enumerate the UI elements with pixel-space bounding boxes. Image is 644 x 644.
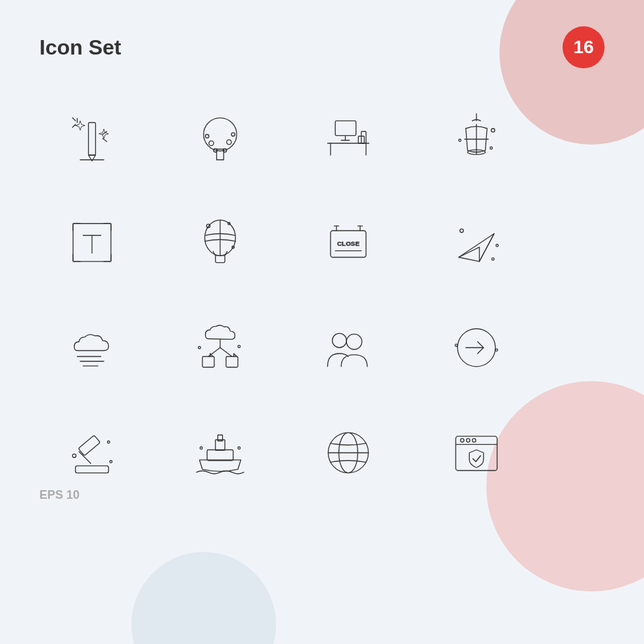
svg-point-67 [346,334,361,349]
svg-point-55 [496,244,499,247]
svg-rect-78 [207,450,233,461]
svg-point-66 [333,333,347,348]
arrow-circle-icon [424,305,529,390]
svg-point-65 [238,345,241,348]
svg-point-89 [467,438,470,442]
text-tool-icon [39,200,145,285]
svg-point-11 [206,135,209,138]
header: Icon Set 16 [39,26,605,68]
svg-line-50 [480,234,495,262]
svg-point-75 [72,454,76,457]
svg-line-61 [220,348,232,357]
svg-point-29 [459,139,461,142]
svg-rect-16 [335,121,356,136]
bg-decoration-bottom-left [131,552,276,644]
svg-rect-0 [89,123,96,156]
svg-rect-86 [456,436,497,471]
group-icon [296,305,401,390]
svg-point-12 [227,140,231,145]
svg-text:CLOSE: CLOSE [337,240,359,247]
svg-rect-74 [78,435,100,455]
close-sign-icon: CLOSE [296,200,401,285]
lantern-icon [424,95,529,180]
svg-point-71 [455,344,458,347]
svg-line-3 [72,118,76,121]
svg-point-54 [492,258,494,260]
svg-point-64 [198,346,201,349]
paper-plane-icon [424,200,529,285]
svg-point-77 [110,461,112,463]
svg-point-90 [472,438,476,442]
network-cloud-icon [168,305,273,390]
svg-point-28 [492,129,495,132]
svg-line-6 [103,139,106,142]
svg-rect-63 [226,357,238,367]
icon-grid: CLOSE [39,95,539,495]
svg-point-53 [460,229,463,232]
svg-rect-62 [202,357,214,367]
svg-point-76 [107,441,110,444]
desk-icon [296,95,401,180]
svg-point-82 [238,447,241,449]
pencil-sparkle-icon [39,95,145,180]
svg-point-13 [231,133,235,136]
svg-point-10 [209,141,214,145]
svg-line-4 [72,124,76,127]
svg-rect-72 [76,466,108,473]
badge-number: 16 [563,26,605,68]
ship-icon [168,410,273,495]
svg-point-30 [490,147,493,149]
page-title: Icon Set [39,35,121,60]
svg-point-81 [200,447,202,449]
svg-line-51 [459,247,480,257]
svg-marker-49 [459,234,494,262]
svg-line-73 [79,451,91,463]
gavel-icon [39,410,145,495]
fog-cloud-icon [39,305,145,390]
svg-rect-23 [361,131,366,143]
hot-air-balloon-icon [168,200,273,285]
tree-icon [168,95,273,180]
shield-browser-icon [424,410,529,495]
globe-icon [296,410,401,495]
svg-point-88 [461,438,464,442]
svg-rect-35 [216,256,225,263]
footer-text: EPS 10 [39,488,80,502]
svg-point-70 [495,349,498,352]
